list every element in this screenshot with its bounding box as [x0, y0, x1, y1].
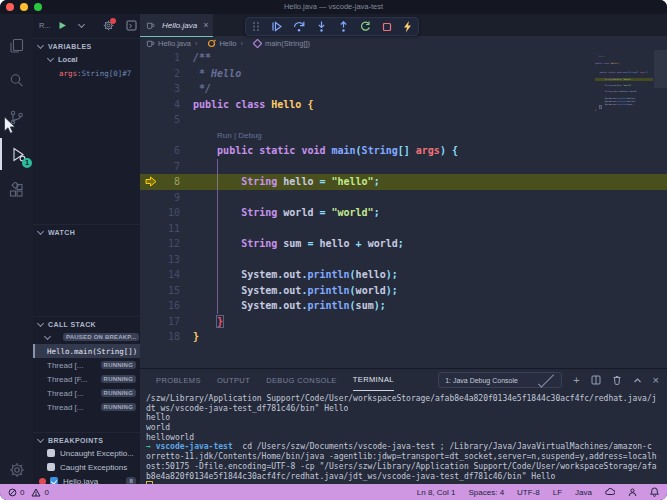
- indentation[interactable]: Spaces: 4: [469, 488, 505, 497]
- restart-icon[interactable]: [360, 21, 371, 32]
- code-line[interactable]: 3 */: [140, 81, 667, 97]
- extensions-icon[interactable]: [0, 174, 33, 206]
- code-line[interactable]: 9: [140, 190, 667, 206]
- tab-hello-java[interactable]: Hello.java ×: [140, 14, 213, 37]
- method-symbol-icon: [253, 39, 262, 48]
- codelens-run-debug[interactable]: Run | Debug: [140, 128, 667, 144]
- thread-status-badge: RUNNING: [101, 403, 136, 411]
- thread-row[interactable]: Thread [...RUNNING: [33, 386, 140, 400]
- window-title: Hello.java — vscode-java-test: [0, 0, 667, 14]
- close-panel-icon[interactable]: ×: [653, 375, 659, 386]
- code-line[interactable]: 14 System.out.println(hello);: [140, 267, 667, 283]
- cursor-position[interactable]: Ln 8, Col 1: [417, 488, 456, 497]
- toggle-debug-console-icon[interactable]: [126, 20, 137, 31]
- code-line[interactable]: 2 * Hello: [140, 66, 667, 82]
- step-out-icon[interactable]: [338, 21, 349, 32]
- problems-status[interactable]: 0 0: [8, 488, 49, 497]
- run-and-debug-icon[interactable]: 1: [0, 138, 35, 170]
- stack-frame-row[interactable]: Hello.main(String[]): [33, 344, 154, 358]
- hot-code-replace-icon[interactable]: [403, 21, 412, 33]
- breakpoint-row[interactable]: Caught Exceptions: [33, 460, 140, 474]
- terminal-line: → vscode-java-test cd /Users/szw/Documen…: [146, 442, 661, 452]
- thread-status-badge: RUNNING: [101, 361, 136, 369]
- code-line[interactable]: 6 public static void main(String[] args)…: [140, 143, 667, 159]
- breakpoint-row[interactable]: Uncaught Exceptio...: [33, 446, 140, 460]
- breakpoints-section-header[interactable]: BREAKPOINTS: [33, 432, 140, 447]
- mouse-cursor: [3, 116, 17, 136]
- code-line[interactable]: 12 String sum = hello + world;: [140, 236, 667, 252]
- explorer-icon[interactable]: [0, 29, 33, 61]
- code-line[interactable]: 18}: [140, 329, 667, 345]
- code-line[interactable]: 15 System.out.println(world);: [140, 283, 667, 299]
- debug-settings-gear-icon[interactable]: [103, 20, 114, 31]
- terminal-output[interactable]: /szw/Library/Application Support/Code/Us…: [146, 394, 661, 484]
- code-line[interactable]: 1/**: [140, 50, 667, 66]
- panel-tab-terminal[interactable]: TERMINAL: [353, 369, 394, 391]
- warnings-icon: [31, 488, 41, 497]
- breadcrumb-file[interactable]: Hello.java: [158, 39, 191, 48]
- breadcrumb-class[interactable]: Hello: [219, 39, 236, 48]
- watch-section-header[interactable]: WATCH: [33, 224, 140, 239]
- tab-close-icon[interactable]: ×: [203, 21, 208, 30]
- feedback-icon[interactable]: [628, 488, 637, 497]
- encoding[interactable]: UTF-8: [517, 488, 540, 497]
- thread-row[interactable]: Thread [...RUNNING: [33, 358, 140, 372]
- start-debug-icon[interactable]: [58, 21, 67, 30]
- variables-scope-local[interactable]: Local: [33, 52, 150, 66]
- cloud-icon[interactable]: [605, 488, 615, 496]
- maximize-panel-icon[interactable]: [633, 376, 642, 385]
- kill-terminal-icon[interactable]: [612, 375, 622, 385]
- launch-config-dropdown-icon[interactable]: [74, 22, 89, 28]
- thread-row[interactable]: Thread [F...RUNNING: [33, 372, 140, 386]
- breadcrumb-method[interactable]: main(String[]): [265, 39, 310, 48]
- minimap-slider[interactable]: [654, 50, 667, 88]
- step-into-icon[interactable]: [316, 21, 327, 32]
- warning-count: 0: [44, 488, 48, 497]
- terminal-line: helloworld: [146, 433, 661, 443]
- code-line[interactable]: 16 System.out.println(sum);: [140, 298, 667, 314]
- thread-row[interactable]: Thread [...RUNNING: [33, 400, 140, 414]
- debug-sidebar: R... VARIABLES Local args: String[0]#7 W…: [33, 14, 141, 484]
- continue-icon[interactable]: [271, 21, 282, 32]
- settings-gear-icon[interactable]: [0, 454, 33, 486]
- code-line[interactable]: 8 String hello = "hello";: [140, 174, 667, 190]
- bottom-panel: PROBLEMSOUTPUTDEBUG CONSOLETERMINAL 1: J…: [140, 368, 667, 485]
- paused-line-arrow-icon[interactable]: [145, 176, 157, 187]
- thread-status-badge: RUNNING: [101, 375, 136, 383]
- terminal-line: ost:50175 -Dfile.encoding=UTF-8 -cp "/Us…: [146, 462, 661, 472]
- code-line[interactable]: 10 String world = "world";: [140, 205, 667, 221]
- code-line[interactable]: 11: [140, 221, 667, 237]
- variables-section-header[interactable]: VARIABLES: [33, 38, 140, 53]
- code-lines: 1/**2 * Hello3 */4public class Hello {5 …: [140, 50, 667, 345]
- code-line[interactable]: 4public class Hello {: [140, 97, 667, 113]
- panel-tab-problems[interactable]: PROBLEMS: [156, 370, 201, 391]
- call-stack-section-header[interactable]: CALL STACK: [33, 316, 140, 331]
- panel-tab-debug-console[interactable]: DEBUG CONSOLE: [266, 370, 337, 391]
- notifications-bell-icon[interactable]: [650, 487, 659, 497]
- code-editor[interactable]: 1/**2 * Hello3 */4public class Hello {5 …: [140, 50, 667, 368]
- drag-handle-icon[interactable]: [252, 21, 260, 32]
- eol-sequence[interactable]: LF: [553, 488, 562, 497]
- code-line[interactable]: 5: [140, 112, 667, 128]
- stop-icon[interactable]: [382, 22, 392, 32]
- java-file-icon: [146, 39, 155, 48]
- new-terminal-icon[interactable]: +: [573, 375, 579, 386]
- code-line[interactable]: 13: [140, 252, 667, 268]
- class-symbol-icon: [207, 39, 216, 48]
- language-mode[interactable]: Java: [575, 488, 592, 497]
- terminal-line: hello: [146, 413, 661, 423]
- activity-bar: 1: [0, 14, 33, 484]
- step-over-icon[interactable]: [293, 21, 305, 32]
- panel-tab-output[interactable]: OUTPUT: [217, 370, 250, 391]
- breakpoint-checkbox[interactable]: [47, 463, 55, 471]
- split-terminal-icon[interactable]: [591, 375, 601, 385]
- tab-label: Hello.java: [162, 21, 197, 30]
- code-line[interactable]: 17 }: [140, 314, 667, 330]
- terminal-line: orretto-11.jdk/Contents/Home/bin/java -a…: [146, 452, 661, 462]
- minimap[interactable]: /** * Hello */public class Hello { Run |…: [595, 52, 653, 113]
- code-line[interactable]: 7: [140, 159, 667, 175]
- terminal-picker-dropdown[interactable]: 1: Java Debug Console: [438, 372, 562, 388]
- debug-session-row[interactable]: PAUSED ON BREAKP...: [33, 330, 140, 344]
- breakpoint-checkbox[interactable]: [47, 449, 55, 457]
- search-icon[interactable]: [0, 64, 33, 96]
